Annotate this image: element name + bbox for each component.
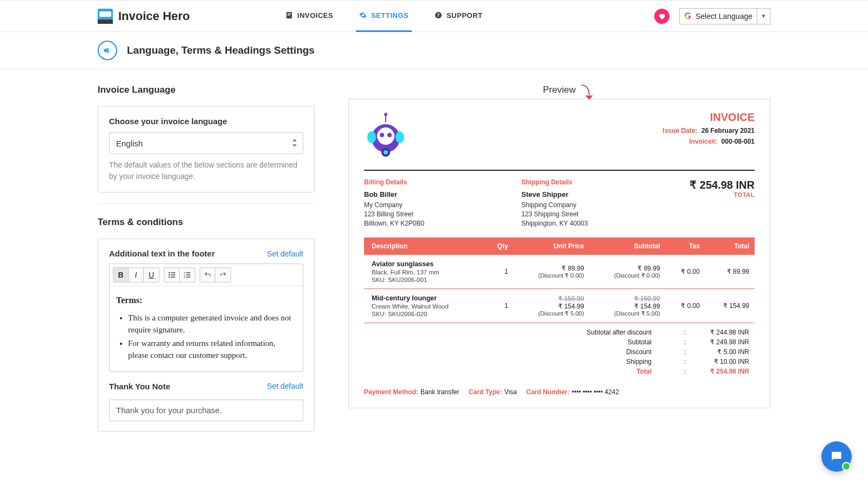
svg-rect-9 xyxy=(171,274,175,275)
section-title-language: Invoice Language xyxy=(98,85,315,95)
terms-item: For warranty and returns related informa… xyxy=(128,338,296,362)
google-icon: G xyxy=(684,11,691,21)
redo-button[interactable] xyxy=(215,268,231,282)
grand-total: ₹ 254.98 INR TOTAL xyxy=(679,178,755,228)
arrow-left-icon xyxy=(103,46,112,55)
col-description: Description xyxy=(364,237,484,255)
nav-tabs: INVOICES SETTINGS ? SUPPORT xyxy=(282,0,486,32)
italic-button[interactable]: I xyxy=(129,268,144,282)
col-subtotal: Subtotal xyxy=(590,237,666,255)
svg-point-23 xyxy=(384,150,388,155)
help-icon: ? xyxy=(435,11,442,19)
thank-you-label: Thank You Note xyxy=(109,382,170,391)
col-qty: Qty xyxy=(484,237,514,255)
favorite-button[interactable] xyxy=(654,9,669,24)
svg-point-27 xyxy=(395,131,404,143)
language-card: Choose your invoice language English The… xyxy=(98,106,315,192)
language-selector-label: Select Language xyxy=(695,12,752,21)
svg-rect-17 xyxy=(184,277,185,277)
svg-rect-2 xyxy=(288,14,291,15)
svg-rect-13 xyxy=(186,274,190,275)
nav-tab-support[interactable]: ? SUPPORT xyxy=(431,0,486,32)
svg-rect-7 xyxy=(171,272,175,273)
invoice-preview: INVOICE Issue Date: 26 February 2021 Inv… xyxy=(348,99,770,408)
preview-column: Preview INVOICE Issue Date: 26 February … xyxy=(348,85,770,408)
heart-icon xyxy=(658,12,666,20)
language-select-wrap: English xyxy=(109,132,303,154)
divider xyxy=(364,170,755,171)
svg-point-6 xyxy=(168,272,169,273)
issue-date-label: Issue Date: xyxy=(663,127,698,134)
chevron-down-icon: ▼ xyxy=(757,8,770,24)
editor-content[interactable]: Terms: This is a computer generated invo… xyxy=(110,286,303,371)
shipping-details: Shipping Details Steve Shipper Shipping … xyxy=(521,178,679,228)
terms-item: This is a computer generated invoice and… xyxy=(128,312,296,336)
invoice-number-value: 000-08-001 xyxy=(722,138,755,145)
col-tax: Tax xyxy=(666,237,705,255)
issue-date-value: 26 February 2021 xyxy=(701,127,755,134)
svg-point-26 xyxy=(367,131,376,143)
company-logo-icon xyxy=(364,111,407,160)
nav-tab-invoices[interactable]: INVOICES xyxy=(282,0,336,32)
brand-logo-icon xyxy=(98,9,113,24)
svg-rect-3 xyxy=(288,15,290,16)
preview-label: Preview xyxy=(348,85,770,95)
table-row: Aviator sunglassesBlack, Full Rim, 137 m… xyxy=(364,255,755,289)
nav-tab-label: SETTINGS xyxy=(371,11,409,20)
editor-toolbar: B I U xyxy=(110,264,303,286)
invoice-number-label: Invoice#: xyxy=(689,138,717,145)
language-field-label: Choose your invoice language xyxy=(109,117,303,126)
svg-point-25 xyxy=(384,113,387,116)
svg-point-21 xyxy=(387,133,392,137)
section-title-terms: Terms & conditions xyxy=(98,217,315,228)
payment-row: Payment Method:Bank transfer Card Type:V… xyxy=(364,388,755,396)
svg-rect-16 xyxy=(184,274,185,275)
page-header: Language, Terms & Headings Settings xyxy=(0,32,868,69)
bullet-list-icon xyxy=(168,271,176,279)
svg-rect-15 xyxy=(184,272,185,273)
back-button[interactable] xyxy=(98,41,117,60)
page-body: Invoice Language Choose your invoice lan… xyxy=(0,69,868,464)
language-select[interactable]: English xyxy=(109,132,303,154)
bullet-list-button[interactable] xyxy=(164,268,180,282)
document-icon xyxy=(285,11,293,19)
nav-tab-label: INVOICES xyxy=(297,11,333,20)
undo-button[interactable] xyxy=(200,268,215,282)
brand-name: Invoice Hero xyxy=(118,9,190,23)
svg-point-19 xyxy=(377,127,394,145)
rich-text-editor: B I U xyxy=(109,264,303,372)
numbered-list-icon xyxy=(183,271,191,279)
set-default-thank-you-link[interactable]: Set default xyxy=(267,382,303,390)
nav-tab-label: SUPPORT xyxy=(446,11,482,20)
col-total: Total xyxy=(705,237,755,255)
svg-point-20 xyxy=(380,133,384,137)
topbar: Invoice Hero INVOICES SETTINGS ? SUPPORT… xyxy=(0,0,868,32)
arrow-down-icon xyxy=(580,84,596,106)
divider xyxy=(98,203,315,204)
svg-rect-1 xyxy=(288,13,291,14)
svg-text:?: ? xyxy=(437,12,440,18)
invoice-items-table: Description Qty Unit Price Subtotal Tax … xyxy=(364,237,755,323)
underline-button[interactable]: U xyxy=(144,268,159,282)
svg-rect-12 xyxy=(186,272,190,273)
terms-heading: Terms: xyxy=(116,296,142,305)
footer-text-label: Additional text in the footer xyxy=(109,249,215,258)
page-title: Language, Terms & Headings Settings xyxy=(127,44,315,56)
table-row: Mid-century loungerCream White, Walnut W… xyxy=(364,289,755,323)
svg-rect-11 xyxy=(171,277,175,277)
svg-point-8 xyxy=(168,274,169,275)
bold-button[interactable]: B xyxy=(113,268,129,282)
set-default-footer-link[interactable]: Set default xyxy=(267,249,303,258)
terms-card: Additional text in the footer Set defaul… xyxy=(98,239,315,432)
numbered-list-button[interactable] xyxy=(180,268,195,282)
chat-icon xyxy=(829,450,844,464)
nav-tab-settings[interactable]: SETTINGS xyxy=(356,0,412,32)
undo-icon xyxy=(204,271,212,279)
topbar-right: G Select Language ▼ xyxy=(654,8,770,24)
invoice-title: INVOICE xyxy=(663,111,755,124)
thank-you-input[interactable] xyxy=(109,400,303,421)
language-selector[interactable]: G Select Language ▼ xyxy=(679,8,770,24)
redo-icon xyxy=(219,271,227,279)
brand[interactable]: Invoice Hero xyxy=(98,9,190,24)
col-unit-price: Unit Price xyxy=(514,237,590,255)
